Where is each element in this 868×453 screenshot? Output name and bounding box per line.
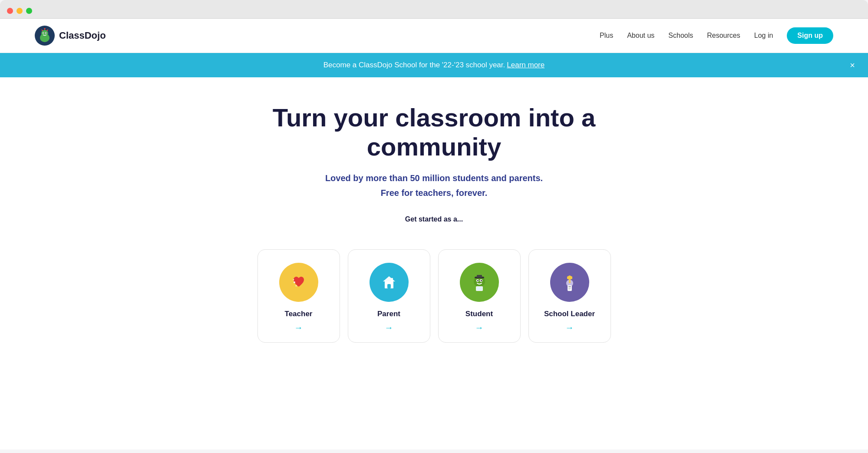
- parent-card-arrow: →: [385, 323, 393, 333]
- student-card-arrow: →: [475, 323, 484, 333]
- traffic-lights: [7, 4, 861, 18]
- login-link[interactable]: Log in: [754, 32, 773, 40]
- svg-rect-33: [568, 288, 571, 288]
- svg-point-23: [477, 280, 479, 281]
- nav-links: Plus About us Schools Resources Log in S…: [600, 27, 833, 44]
- parent-icon: [370, 263, 409, 302]
- role-card-parent[interactable]: Parent →: [348, 249, 430, 343]
- classdojo-logo-icon: [35, 26, 55, 46]
- hero-title: Turn your classroom into a community: [256, 103, 612, 161]
- svg-point-5: [43, 33, 44, 33]
- hero-section: Turn your classroom into a community Lov…: [0, 77, 868, 249]
- banner-learn-more-link[interactable]: Learn more: [507, 61, 545, 69]
- traffic-light-yellow[interactable]: [17, 8, 23, 14]
- nav-item-about[interactable]: About us: [627, 32, 654, 40]
- banner-close-button[interactable]: ×: [850, 60, 855, 70]
- svg-rect-34: [568, 289, 570, 289]
- school-leader-card-label: School Leader: [544, 310, 595, 318]
- banner-text: Become a ClassDojo School for the '22-'2…: [323, 61, 505, 69]
- student-card-label: Student: [465, 310, 493, 318]
- hero-subtitle-line2: Free for teachers, forever.: [17, 188, 851, 198]
- svg-rect-35: [569, 278, 571, 283]
- teacher-card-label: Teacher: [285, 310, 313, 318]
- logo-text: ClassDojo: [59, 30, 106, 41]
- nav-item-resources[interactable]: Resources: [707, 32, 740, 40]
- role-card-school-leader[interactable]: School Leader →: [528, 249, 611, 343]
- page-wrapper: ClassDojo Plus About us Schools Resource…: [0, 18, 868, 450]
- svg-rect-17: [387, 284, 391, 288]
- role-card-teacher[interactable]: Teacher →: [257, 249, 340, 343]
- role-cards-row: Teacher → Parent →: [0, 249, 868, 369]
- svg-point-6: [46, 33, 47, 33]
- svg-point-13: [295, 285, 297, 287]
- announcement-banner: Become a ClassDojo School for the '22-'2…: [0, 53, 868, 77]
- school-leader-card-arrow: →: [565, 323, 574, 333]
- browser-chrome: [0, 0, 868, 18]
- signup-button[interactable]: Sign up: [787, 27, 833, 44]
- nav-item-schools[interactable]: Schools: [668, 32, 693, 40]
- student-icon: [460, 263, 499, 302]
- traffic-light-red[interactable]: [7, 8, 13, 14]
- svg-point-11: [294, 281, 295, 283]
- traffic-light-green[interactable]: [26, 8, 32, 14]
- svg-point-24: [481, 280, 482, 281]
- teacher-card-arrow: →: [294, 323, 303, 333]
- svg-rect-18: [391, 278, 393, 281]
- logo-area[interactable]: ClassDojo: [35, 26, 106, 46]
- hero-subtitle-line1: Loved by more than 50 million students a…: [17, 172, 851, 185]
- navbar: ClassDojo Plus About us Schools Resource…: [0, 19, 868, 53]
- school-leader-icon: [550, 263, 589, 302]
- role-card-student[interactable]: Student →: [438, 249, 521, 343]
- svg-point-12: [293, 279, 294, 281]
- teacher-icon: [279, 263, 318, 302]
- get-started-label: Get started as a...: [17, 215, 851, 223]
- svg-rect-32: [568, 286, 571, 287]
- svg-rect-26: [477, 275, 482, 278]
- nav-item-plus[interactable]: Plus: [600, 32, 613, 40]
- svg-rect-28: [476, 287, 482, 291]
- parent-card-label: Parent: [377, 310, 400, 318]
